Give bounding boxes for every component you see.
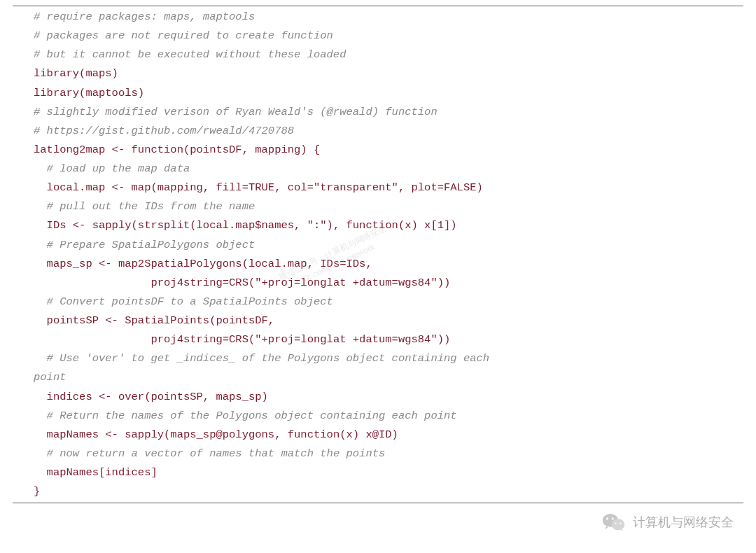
code-token: mapNames <- sapply(maps_sp@polygons, fun… — [47, 428, 398, 441]
code-token: proj4string=CRS("+proj=longlat +datum=wg… — [150, 276, 450, 289]
code-token: library(maptools) — [34, 87, 144, 99]
code-token: proj4string=CRS("+proj=longlat +datum=wg… — [150, 333, 450, 346]
code-token: } — [34, 485, 40, 498]
code-token: # Convert pointsDF to a SpatialPoints ob… — [47, 295, 333, 308]
bottom-watermark-text: 计算机与网络安全 — [633, 512, 734, 534]
code-token: pointsSP <- SpatialPoints(pointsDF, — [47, 314, 275, 327]
code-token: maps_sp <- map2SpatialPolygons(local.map… — [47, 258, 372, 270]
code-token: point — [34, 371, 66, 384]
svg-point-4 — [615, 523, 616, 524]
code-token: latlong2map <- function(pointsDF, mappin… — [34, 144, 320, 156]
top-rule — [13, 6, 743, 6]
code-block: # require packages: maps, maptools # pac… — [0, 8, 756, 501]
svg-point-5 — [620, 523, 621, 524]
code-token: # Use 'over' to get _indices_ of the Pol… — [47, 352, 490, 365]
code-token: # require packages: maps, maptools — [34, 10, 255, 23]
code-token: mapNames[indices] — [47, 466, 158, 479]
svg-point-1 — [612, 519, 625, 531]
code-token: # packages are not required to create fu… — [34, 29, 333, 42]
code-token: # Prepare SpatialPolygons object — [47, 239, 255, 251]
code-token: local.map <- map(mapping, fill=TRUE, col… — [47, 181, 483, 194]
code-token: # now return a vector of names that matc… — [47, 447, 386, 460]
code-token: # but it cannot be executed without thes… — [34, 48, 346, 61]
code-token: # Return the names of the Polygons objec… — [47, 410, 457, 422]
code-token: # pull out the IDs from the name — [47, 200, 255, 213]
code-token: IDs <- sapply(strsplit(local.map$names, … — [47, 219, 457, 232]
bottom-rule — [13, 503, 743, 503]
code-token: # slightly modified verison of Ryan Weal… — [34, 106, 438, 118]
code-token: library(maps) — [34, 67, 118, 80]
svg-point-0 — [603, 514, 618, 527]
code-token: indices <- over(pointsSP, maps_sp) — [47, 391, 268, 403]
wechat-icon — [602, 512, 626, 533]
svg-point-2 — [606, 518, 608, 520]
code-token: # https://gist.github.com/rweald/4720788 — [34, 125, 294, 137]
page: # require packages: maps, maptools # pac… — [0, 0, 756, 553]
svg-point-3 — [612, 518, 614, 520]
code-token: # load up the map data — [47, 162, 190, 175]
bottom-watermark: 计算机与网络安全 — [602, 512, 734, 534]
